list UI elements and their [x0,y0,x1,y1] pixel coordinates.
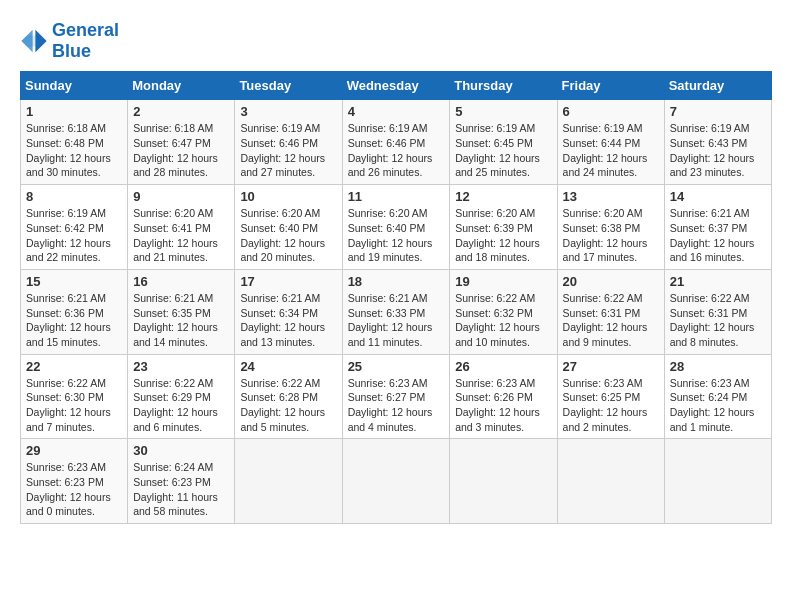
calendar-week-2: 8 Sunrise: 6:19 AM Sunset: 6:42 PM Dayli… [21,185,772,270]
calendar-cell: 28 Sunrise: 6:23 AM Sunset: 6:24 PM Dayl… [664,354,771,439]
calendar-cell [342,439,450,524]
day-info: Sunrise: 6:22 AM Sunset: 6:31 PM Dayligh… [563,291,659,350]
day-info: Sunrise: 6:23 AM Sunset: 6:25 PM Dayligh… [563,376,659,435]
header-saturday: Saturday [664,72,771,100]
day-number: 10 [240,189,336,204]
day-number: 20 [563,274,659,289]
day-number: 28 [670,359,766,374]
day-info: Sunrise: 6:24 AM Sunset: 6:23 PM Dayligh… [133,460,229,519]
header-wednesday: Wednesday [342,72,450,100]
day-info: Sunrise: 6:23 AM Sunset: 6:26 PM Dayligh… [455,376,551,435]
day-number: 7 [670,104,766,119]
calendar-cell [664,439,771,524]
day-info: Sunrise: 6:21 AM Sunset: 6:33 PM Dayligh… [348,291,445,350]
calendar-cell: 4 Sunrise: 6:19 AM Sunset: 6:46 PM Dayli… [342,100,450,185]
calendar-cell: 3 Sunrise: 6:19 AM Sunset: 6:46 PM Dayli… [235,100,342,185]
day-number: 23 [133,359,229,374]
day-info: Sunrise: 6:19 AM Sunset: 6:43 PM Dayligh… [670,121,766,180]
calendar-table: SundayMondayTuesdayWednesdayThursdayFrid… [20,71,772,524]
day-info: Sunrise: 6:22 AM Sunset: 6:31 PM Dayligh… [670,291,766,350]
day-info: Sunrise: 6:20 AM Sunset: 6:40 PM Dayligh… [348,206,445,265]
day-number: 21 [670,274,766,289]
day-number: 17 [240,274,336,289]
calendar-cell: 23 Sunrise: 6:22 AM Sunset: 6:29 PM Dayl… [128,354,235,439]
day-info: Sunrise: 6:21 AM Sunset: 6:37 PM Dayligh… [670,206,766,265]
day-info: Sunrise: 6:21 AM Sunset: 6:36 PM Dayligh… [26,291,122,350]
day-number: 19 [455,274,551,289]
header-tuesday: Tuesday [235,72,342,100]
calendar-cell: 27 Sunrise: 6:23 AM Sunset: 6:25 PM Dayl… [557,354,664,439]
calendar-cell: 25 Sunrise: 6:23 AM Sunset: 6:27 PM Dayl… [342,354,450,439]
day-info: Sunrise: 6:19 AM Sunset: 6:45 PM Dayligh… [455,121,551,180]
calendar-cell: 7 Sunrise: 6:19 AM Sunset: 6:43 PM Dayli… [664,100,771,185]
day-info: Sunrise: 6:20 AM Sunset: 6:38 PM Dayligh… [563,206,659,265]
header-row: SundayMondayTuesdayWednesdayThursdayFrid… [21,72,772,100]
day-info: Sunrise: 6:20 AM Sunset: 6:40 PM Dayligh… [240,206,336,265]
day-info: Sunrise: 6:19 AM Sunset: 6:46 PM Dayligh… [240,121,336,180]
day-number: 3 [240,104,336,119]
day-number: 30 [133,443,229,458]
calendar-week-3: 15 Sunrise: 6:21 AM Sunset: 6:36 PM Dayl… [21,269,772,354]
header-sunday: Sunday [21,72,128,100]
day-number: 26 [455,359,551,374]
calendar-week-5: 29 Sunrise: 6:23 AM Sunset: 6:23 PM Dayl… [21,439,772,524]
day-info: Sunrise: 6:19 AM Sunset: 6:46 PM Dayligh… [348,121,445,180]
day-number: 16 [133,274,229,289]
calendar-cell: 29 Sunrise: 6:23 AM Sunset: 6:23 PM Dayl… [21,439,128,524]
day-number: 15 [26,274,122,289]
day-info: Sunrise: 6:23 AM Sunset: 6:27 PM Dayligh… [348,376,445,435]
calendar-cell: 10 Sunrise: 6:20 AM Sunset: 6:40 PM Dayl… [235,185,342,270]
calendar-cell: 16 Sunrise: 6:21 AM Sunset: 6:35 PM Dayl… [128,269,235,354]
logo: General Blue [20,20,119,61]
calendar-cell: 15 Sunrise: 6:21 AM Sunset: 6:36 PM Dayl… [21,269,128,354]
day-info: Sunrise: 6:21 AM Sunset: 6:35 PM Dayligh… [133,291,229,350]
day-info: Sunrise: 6:21 AM Sunset: 6:34 PM Dayligh… [240,291,336,350]
calendar-cell [557,439,664,524]
calendar-cell: 21 Sunrise: 6:22 AM Sunset: 6:31 PM Dayl… [664,269,771,354]
calendar-cell: 17 Sunrise: 6:21 AM Sunset: 6:34 PM Dayl… [235,269,342,354]
calendar-cell: 5 Sunrise: 6:19 AM Sunset: 6:45 PM Dayli… [450,100,557,185]
logo-icon [20,27,48,55]
day-number: 8 [26,189,122,204]
header: General Blue [20,20,772,61]
calendar-cell: 12 Sunrise: 6:20 AM Sunset: 6:39 PM Dayl… [450,185,557,270]
day-info: Sunrise: 6:23 AM Sunset: 6:23 PM Dayligh… [26,460,122,519]
calendar-cell: 1 Sunrise: 6:18 AM Sunset: 6:48 PM Dayli… [21,100,128,185]
day-number: 2 [133,104,229,119]
calendar-cell: 22 Sunrise: 6:22 AM Sunset: 6:30 PM Dayl… [21,354,128,439]
day-number: 29 [26,443,122,458]
calendar-cell: 9 Sunrise: 6:20 AM Sunset: 6:41 PM Dayli… [128,185,235,270]
day-number: 4 [348,104,445,119]
calendar-cell [450,439,557,524]
header-friday: Friday [557,72,664,100]
day-number: 9 [133,189,229,204]
calendar-cell: 24 Sunrise: 6:22 AM Sunset: 6:28 PM Dayl… [235,354,342,439]
calendar-cell: 13 Sunrise: 6:20 AM Sunset: 6:38 PM Dayl… [557,185,664,270]
calendar-cell: 19 Sunrise: 6:22 AM Sunset: 6:32 PM Dayl… [450,269,557,354]
day-number: 22 [26,359,122,374]
day-number: 27 [563,359,659,374]
day-info: Sunrise: 6:23 AM Sunset: 6:24 PM Dayligh… [670,376,766,435]
calendar-cell: 20 Sunrise: 6:22 AM Sunset: 6:31 PM Dayl… [557,269,664,354]
day-info: Sunrise: 6:19 AM Sunset: 6:44 PM Dayligh… [563,121,659,180]
day-info: Sunrise: 6:18 AM Sunset: 6:48 PM Dayligh… [26,121,122,180]
day-number: 18 [348,274,445,289]
day-info: Sunrise: 6:22 AM Sunset: 6:29 PM Dayligh… [133,376,229,435]
header-thursday: Thursday [450,72,557,100]
calendar-cell: 8 Sunrise: 6:19 AM Sunset: 6:42 PM Dayli… [21,185,128,270]
day-info: Sunrise: 6:18 AM Sunset: 6:47 PM Dayligh… [133,121,229,180]
day-number: 1 [26,104,122,119]
calendar-cell: 18 Sunrise: 6:21 AM Sunset: 6:33 PM Dayl… [342,269,450,354]
day-number: 5 [455,104,551,119]
calendar-cell: 14 Sunrise: 6:21 AM Sunset: 6:37 PM Dayl… [664,185,771,270]
logo-text: General Blue [52,20,119,61]
calendar-cell: 26 Sunrise: 6:23 AM Sunset: 6:26 PM Dayl… [450,354,557,439]
day-number: 6 [563,104,659,119]
calendar-cell [235,439,342,524]
day-number: 11 [348,189,445,204]
day-number: 24 [240,359,336,374]
day-number: 14 [670,189,766,204]
day-number: 25 [348,359,445,374]
day-info: Sunrise: 6:20 AM Sunset: 6:41 PM Dayligh… [133,206,229,265]
day-info: Sunrise: 6:22 AM Sunset: 6:28 PM Dayligh… [240,376,336,435]
